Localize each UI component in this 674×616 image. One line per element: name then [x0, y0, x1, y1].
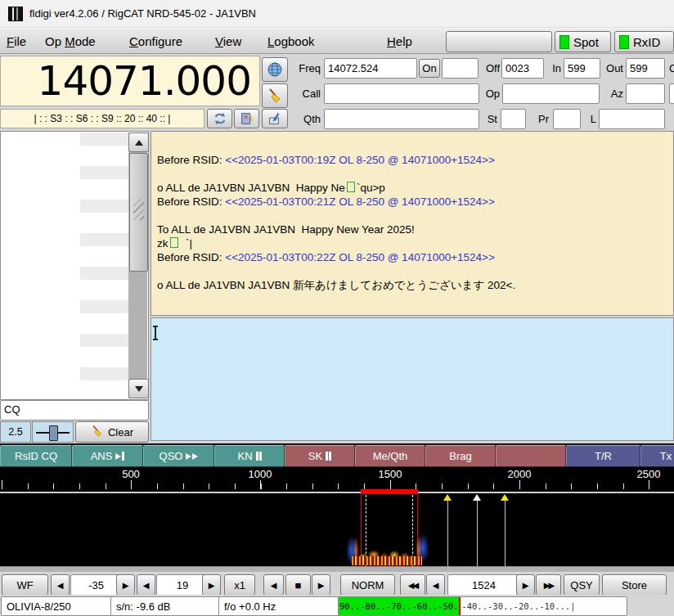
rx-line: Before RSID: <<2025-01-03T00:22Z OL 8-25… — [157, 250, 673, 264]
macro-sk-button[interactable]: SK — [285, 445, 355, 467]
signal-level-meter[interactable]: 90..-80..-70..-60..-50. -40..-30..-20..-… — [338, 596, 627, 616]
rxid-button[interactable]: RxID — [614, 31, 674, 52]
call-field[interactable] — [324, 83, 479, 104]
log-freq-field[interactable] — [324, 58, 417, 79]
meter-scale-rest: -40..-30..-20..-10...| — [461, 597, 575, 615]
rx-line: zk `| — [157, 236, 673, 250]
stored-freq-marker-white[interactable] — [473, 494, 481, 501]
wf-shift-left-button[interactable]: ◀ — [263, 574, 284, 596]
wf-shift-right-button[interactable]: ▶ — [312, 574, 330, 596]
amp-span-up-button[interactable]: ▶ — [116, 574, 135, 596]
stored-freq-marker-yellow[interactable] — [501, 494, 509, 501]
macro-me-qth-button[interactable]: Me/Qth — [355, 445, 425, 467]
rxid-label: RxID — [633, 35, 660, 49]
mode-status-button[interactable]: OLIVIA-8/250 — [1, 596, 119, 616]
loc-field[interactable] — [599, 109, 665, 129]
broom-icon — [267, 88, 283, 104]
browser-squelch-slider[interactable] — [32, 421, 74, 443]
refresh-qso-button[interactable] — [207, 109, 232, 128]
carrier-right-fast-button[interactable]: ▶▶ — [536, 574, 561, 596]
rst-out-field[interactable] — [626, 58, 665, 79]
unprintable-char-box — [170, 237, 178, 248]
macro-ans-button[interactable]: ANS — [72, 445, 143, 467]
rst-in-field[interactable] — [564, 58, 600, 79]
store-button[interactable]: Store — [602, 574, 667, 596]
menu-logbook[interactable]: Logbook — [267, 29, 315, 53]
rx-text-area[interactable]: Before RSID: <<2025-01-03T00:19Z OL 8-25… — [151, 131, 674, 316]
freq-label: Freq — [293, 58, 321, 79]
menu-file[interactable]: File — [7, 29, 26, 53]
signal-trace — [347, 529, 429, 566]
macro-rsid-cq-button[interactable]: RsID CQ — [0, 445, 72, 467]
slider-handle[interactable] — [49, 425, 58, 441]
globe-lookup-button[interactable] — [262, 57, 288, 82]
carrier-left-fast-button[interactable]: ◀◀ — [400, 574, 425, 596]
scroll-down-button[interactable] — [128, 379, 149, 398]
pause-icon — [326, 452, 331, 461]
op-field[interactable] — [502, 83, 600, 104]
browser-clear-button[interactable]: Clear — [75, 421, 149, 443]
menu-op-mode[interactable]: Op Mode — [45, 29, 96, 53]
amp-span-field[interactable]: -35 — [70, 574, 122, 596]
rx-line: o ALL de JA1VBN JA1VBN Happy Ne`qu>p — [157, 181, 673, 195]
spot-label: Spot — [573, 35, 599, 49]
wf-scale-label: 500 — [122, 468, 140, 480]
stored-freq-marker-yellow[interactable] — [443, 494, 452, 501]
wf-scale-line — [0, 492, 674, 493]
carrier-frequency-field[interactable]: 1524 — [447, 574, 520, 596]
ref-level-down-button[interactable]: ◀ — [137, 574, 155, 596]
macro-empty-button[interactable] — [496, 445, 566, 467]
spot-led — [559, 35, 569, 49]
qth-field[interactable] — [324, 109, 479, 129]
browser-squelch-value[interactable]: 2.5 — [0, 421, 31, 443]
macro-qso-button[interactable]: QSO — [143, 445, 214, 467]
az-field[interactable] — [626, 83, 665, 104]
wf-zoom-button[interactable]: x1 — [224, 574, 255, 596]
spot-button[interactable]: Spot — [555, 31, 611, 52]
carrier-left-button[interactable]: ◀ — [426, 574, 445, 596]
text-cursor — [155, 326, 156, 339]
wf-scale-label: 2000 — [508, 468, 532, 480]
qsy-button[interactable]: QSY — [564, 574, 600, 596]
carrier-right-button[interactable]: ▶ — [516, 574, 535, 596]
menu-view[interactable]: View — [215, 29, 241, 53]
macro-brag-button[interactable]: Brag — [425, 445, 496, 467]
pr-field[interactable] — [553, 109, 581, 129]
time-off-field[interactable] — [501, 58, 544, 79]
clear-log-fields-button[interactable] — [262, 83, 288, 108]
time-on-button[interactable]: On — [419, 59, 440, 78]
ref-level-up-button[interactable]: ▶ — [202, 574, 221, 596]
menu-spacer-button[interactable] — [446, 31, 552, 52]
logbook-dialog-button[interactable] — [234, 109, 259, 128]
macro-tr-button[interactable]: T/R — [566, 445, 640, 467]
browser-scrollbar[interactable] — [128, 133, 147, 398]
st-field[interactable] — [501, 109, 526, 129]
az-label: Az — [606, 83, 623, 104]
pause-icon — [256, 452, 262, 461]
clipped-field[interactable] — [669, 83, 674, 104]
menu-bar: File Op Mode Configure View Logbook Help… — [0, 28, 674, 54]
amp-span-down-button[interactable]: ◀ — [51, 574, 70, 596]
time-on-field[interactable] — [442, 58, 479, 79]
vfo-frequency-display[interactable]: 14071.000 — [0, 56, 260, 106]
waterfall[interactable]: 500 1000 1500 2000 2500 — [0, 467, 674, 572]
macro-kn-button[interactable]: KN — [214, 445, 285, 467]
save-qso-button[interactable] — [262, 109, 288, 128]
macro-tx-button[interactable]: Tx — [640, 445, 674, 467]
wf-center-button[interactable]: ■ — [285, 574, 311, 596]
signal-browser[interactable] — [0, 131, 149, 400]
ref-level-field[interactable]: 19 — [156, 574, 209, 596]
wf-mode-button[interactable]: WF — [2, 574, 48, 596]
menu-help[interactable]: Help — [387, 29, 412, 53]
browser-search-field[interactable]: CQ — [0, 400, 149, 420]
carrier-bandwidth-marker[interactable] — [361, 489, 418, 494]
menu-configure[interactable]: Configure — [129, 29, 182, 53]
fldigi-window: fldigi ver4.2.06 / RigCAT NRD-545-02 - J… — [0, 0, 674, 616]
play-to-end-icon — [115, 452, 124, 461]
stored-freq-line — [447, 501, 448, 566]
scrollbar-thumb[interactable] — [129, 153, 148, 272]
stored-freq-line — [505, 501, 506, 566]
scroll-up-button[interactable] — [128, 133, 149, 152]
wf-speed-button[interactable]: NORM — [340, 574, 395, 596]
tx-text-area[interactable] — [151, 317, 674, 441]
